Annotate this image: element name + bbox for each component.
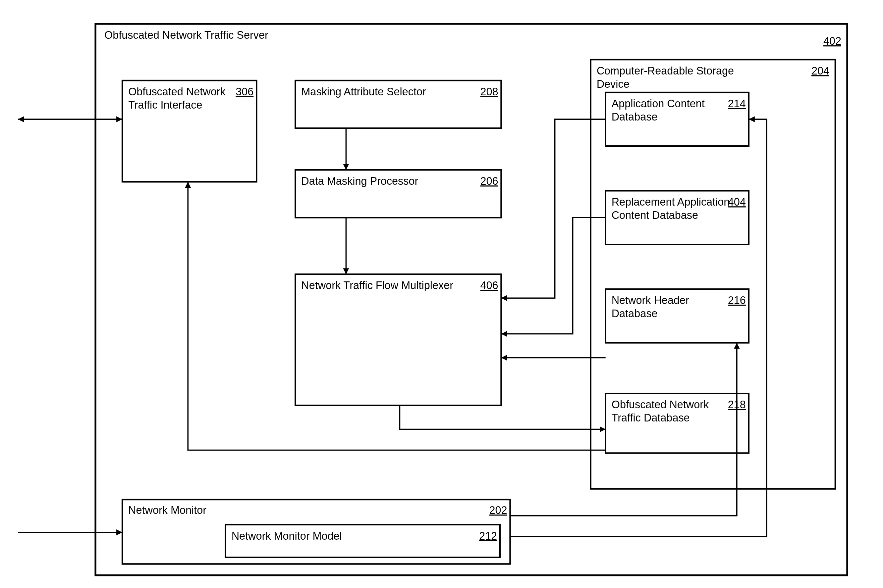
obfdb-label2: Traffic Database	[612, 412, 690, 424]
monitor-ref: 202	[489, 504, 507, 516]
server-container-ref: 402	[823, 35, 841, 47]
obfdb-label1: Obfuscated Network	[612, 399, 709, 411]
hdrdb-label1: Network Header	[612, 294, 689, 306]
interface-label1: Obfuscated Network	[128, 86, 226, 98]
multiplexer-box	[295, 274, 501, 405]
repdb-ref: 404	[728, 196, 746, 208]
diagram-svg: Obfuscated Network Traffic Server 402 Ob…	[0, 0, 883, 584]
arrow-monitor-appdb	[510, 119, 767, 536]
arrow-obfdb-interface	[188, 182, 605, 450]
storage-box	[591, 60, 835, 489]
monitor-label: Network Monitor	[128, 504, 206, 516]
hdrdb-label2: Database	[612, 308, 658, 320]
selector-ref: 208	[480, 86, 498, 98]
appdb-label1: Application Content	[612, 98, 705, 110]
monitormodel-label: Network Monitor Model	[232, 530, 342, 542]
hdrdb-ref: 216	[728, 294, 746, 306]
processor-ref: 206	[480, 175, 498, 187]
appdb-ref: 214	[728, 98, 746, 110]
monitormodel-ref: 212	[479, 530, 497, 542]
selector-label: Masking Attribute Selector	[301, 86, 426, 98]
repdb-label1: Replacement Application	[612, 196, 730, 208]
arrow-multiplexer-obfdb	[400, 405, 605, 429]
storage-label2: Device	[597, 78, 630, 90]
interface-ref: 306	[236, 86, 253, 98]
storage-label1: Computer-Readable Storage	[597, 65, 734, 77]
appdb-label2: Database	[612, 111, 658, 123]
multiplexer-ref: 406	[480, 279, 498, 291]
interface-label2: Traffic Interface	[128, 99, 202, 111]
multiplexer-label: Network Traffic Flow Multiplexer	[301, 279, 453, 291]
storage-ref: 204	[811, 65, 829, 77]
server-container-label: Obfuscated Network Traffic Server	[104, 29, 268, 41]
processor-label: Data Masking Processor	[301, 175, 418, 187]
repdb-label2: Content Database	[612, 209, 698, 221]
